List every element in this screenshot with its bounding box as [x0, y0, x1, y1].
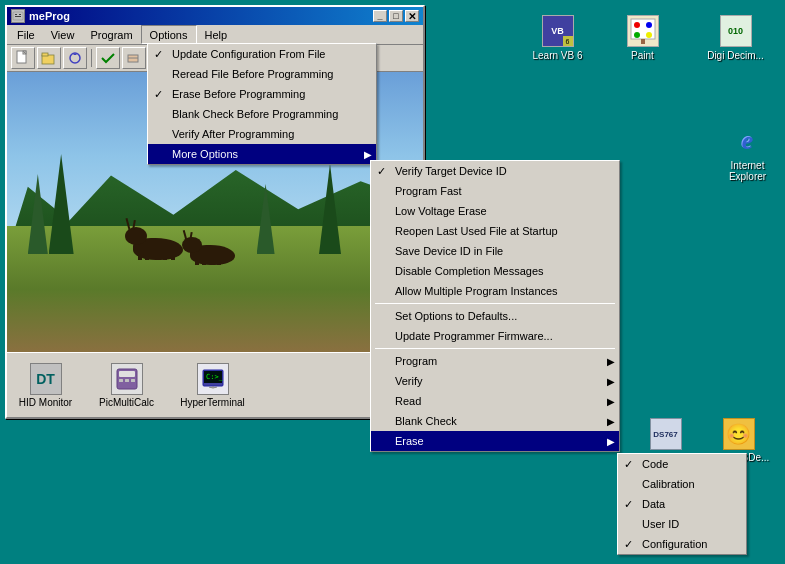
blank-check-arrow: ▶ — [607, 416, 615, 427]
dropdown-sep2 — [375, 348, 615, 349]
svg-text:C:>_: C:>_ — [206, 373, 224, 381]
erase-data[interactable]: ✓ Data — [618, 494, 746, 514]
vb-icon-label: Learn VB 6 — [532, 50, 582, 61]
check-update-config: ✓ — [154, 48, 163, 61]
erase-arrow: ▶ — [607, 436, 615, 447]
taskbar-area: DT HID Monitor PicMultiCalc C:>_ — [7, 352, 423, 417]
more-save-device-id[interactable]: Save Device ID in File — [371, 241, 619, 261]
paint-icon-label: Paint — [631, 50, 654, 61]
svg-rect-14 — [42, 53, 48, 56]
title-bar: meProg _ □ ✕ — [7, 7, 423, 25]
svg-rect-8 — [19, 14, 21, 15]
option-erase-before[interactable]: ✓ Erase Before Programming — [148, 84, 376, 104]
app-title: meProg — [29, 10, 373, 22]
dropdown-sep1 — [375, 303, 615, 304]
options-dropdown: ✓ Update Configuration From File Reread … — [147, 43, 377, 165]
option-reread-file[interactable]: Reread File Before Programming — [148, 64, 376, 84]
menu-bar: File View Program Options Help — [7, 25, 423, 45]
erase-configuration[interactable]: ✓ Configuration — [618, 534, 746, 554]
toolbar-new[interactable] — [11, 47, 35, 69]
more-update-firmware[interactable]: Update Programmer Firmware... — [371, 326, 619, 346]
program-arrow: ▶ — [607, 356, 615, 367]
more-reopen-last[interactable]: Reopen Last Used File at Startup — [371, 221, 619, 241]
svg-rect-19 — [119, 371, 135, 377]
more-blank-check[interactable]: Blank Check ▶ — [371, 411, 619, 431]
hid-monitor-icon[interactable]: DT HID Monitor — [13, 363, 78, 408]
desktop-icon-ie[interactable]: e Internet Explorer — [715, 125, 780, 182]
erase-submenu: ✓ Code Calibration ✓ Data User ID ✓ Conf… — [617, 453, 747, 555]
option-verify-after[interactable]: Verify After Programming — [148, 124, 376, 144]
more-verify[interactable]: Verify ▶ — [371, 371, 619, 391]
menu-file[interactable]: File — [9, 25, 43, 44]
more-read[interactable]: Read ▶ — [371, 391, 619, 411]
more-program-fast[interactable]: Program Fast — [371, 181, 619, 201]
menu-view[interactable]: View — [43, 25, 83, 44]
option-update-config[interactable]: ✓ Update Configuration From File — [148, 44, 376, 64]
svg-point-4 — [646, 32, 652, 38]
more-erase[interactable]: Erase ▶ — [371, 431, 619, 451]
toolbar-check[interactable] — [96, 47, 120, 69]
more-verify-device[interactable]: ✓ Verify Target Device ID — [371, 161, 619, 181]
ie-icon-label: Internet Explorer — [715, 160, 780, 182]
close-button[interactable]: ✕ — [405, 10, 419, 22]
svg-rect-21 — [125, 379, 129, 382]
menu-program[interactable]: Program — [82, 25, 140, 44]
maximize-button[interactable]: □ — [389, 10, 403, 22]
app-icon — [11, 9, 25, 23]
svg-rect-5 — [641, 39, 645, 44]
desktop-icon-vb[interactable]: VB 6 Learn VB 6 — [525, 15, 590, 61]
check-data: ✓ — [624, 498, 633, 511]
menu-help[interactable]: Help — [197, 25, 236, 44]
toolbar-erase[interactable] — [122, 47, 146, 69]
verify-arrow: ▶ — [607, 376, 615, 387]
check-code: ✓ — [624, 458, 633, 471]
hyperterminal-label: HyperTerminal — [180, 397, 244, 408]
read-arrow: ▶ — [607, 396, 615, 407]
check-configuration: ✓ — [624, 538, 633, 551]
svg-rect-9 — [15, 16, 21, 17]
hyperterminal-icon[interactable]: C:>_ HyperTerminal — [175, 363, 250, 408]
more-set-defaults[interactable]: Set Options to Defaults... — [371, 306, 619, 326]
toolbar-open[interactable] — [37, 47, 61, 69]
check-verify-device: ✓ — [377, 165, 386, 178]
picmulticalc-label: PicMultiCalc — [99, 397, 154, 408]
erase-calibration[interactable]: Calibration — [618, 474, 746, 494]
more-options-menu: ✓ Verify Target Device ID Program Fast L… — [370, 160, 620, 452]
more-allow-multiple[interactable]: Allow Multiple Program Instances — [371, 281, 619, 301]
svg-rect-22 — [131, 379, 135, 382]
svg-point-2 — [646, 22, 652, 28]
svg-rect-20 — [119, 379, 123, 382]
toolbar-sep1 — [91, 49, 92, 67]
picmulticalc-icon[interactable]: PicMultiCalc — [94, 363, 159, 408]
digi-icon-label: Digi Decim... — [707, 50, 764, 61]
desktop-icon-paint[interactable]: Paint — [615, 15, 670, 61]
desktop-icon-digi[interactable]: 010 Digi Decim... — [703, 15, 768, 61]
hid-monitor-label: HID Monitor — [19, 397, 72, 408]
more-disable-completion[interactable]: Disable Completion Messages — [371, 261, 619, 281]
check-erase-before: ✓ — [154, 88, 163, 101]
option-blank-check[interactable]: Blank Check Before Programming — [148, 104, 376, 124]
minimize-button[interactable]: _ — [373, 10, 387, 22]
menu-options[interactable]: Options — [141, 25, 197, 44]
more-options-arrow: ▶ — [364, 149, 372, 160]
more-program[interactable]: Program ▶ — [371, 351, 619, 371]
svg-point-1 — [634, 22, 640, 28]
more-low-voltage[interactable]: Low Voltage Erase — [371, 201, 619, 221]
erase-code[interactable]: ✓ Code — [618, 454, 746, 474]
svg-point-3 — [634, 32, 640, 38]
option-more-options[interactable]: More Options ▶ — [148, 144, 376, 164]
erase-user-id[interactable]: User ID — [618, 514, 746, 534]
toolbar-refresh[interactable] — [63, 47, 87, 69]
svg-rect-7 — [15, 14, 17, 15]
